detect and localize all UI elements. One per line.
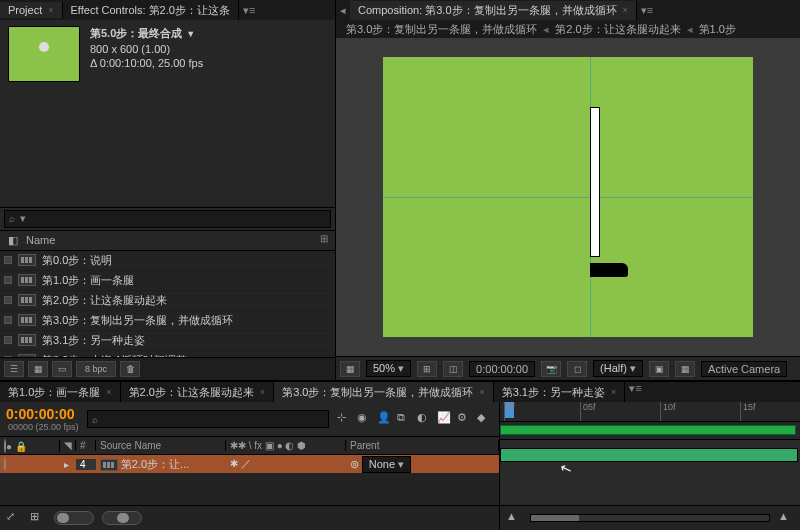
parent-header: Parent [346, 440, 499, 451]
time-navigator[interactable] [530, 514, 770, 522]
leg-shape [590, 107, 600, 257]
grid-icon[interactable]: ⊞ [417, 361, 437, 377]
breadcrumb-item[interactable]: 第1.0步 [693, 22, 742, 37]
panel-menu-icon[interactable]: ▾≡ [637, 4, 657, 17]
comp-icon [18, 254, 36, 266]
timecode-display[interactable]: 0:00:00:00 [6, 406, 79, 422]
timeline-tab-active[interactable]: 第3.0步：复制出另一条腿，并做成循环× [274, 382, 494, 402]
panel-nav-icon[interactable]: ◂ [336, 4, 350, 17]
layer-name: 第2.0步：让... [121, 458, 189, 470]
ruler-tick: 05f [580, 402, 596, 421]
shy-icon[interactable]: 👤 [377, 411, 393, 427]
timeline-tab[interactable]: 第1.0步：画一条腿× [0, 382, 121, 402]
project-item[interactable]: 第3.0步：复制出另一条腿，并做成循环 [0, 311, 335, 331]
panel-menu-icon[interactable]: ▾≡ [625, 382, 645, 402]
visibility-toggle-icon[interactable] [4, 457, 6, 471]
project-item[interactable]: 第0.0步：说明 [0, 251, 335, 271]
delete-button[interactable]: 🗑 [120, 361, 140, 377]
motion-blur-icon[interactable]: ◐ [417, 411, 433, 427]
parent-dropdown[interactable]: None ▾ [362, 456, 411, 473]
project-item[interactable]: 第3.1步：另一种走姿 [0, 331, 335, 351]
comp-icon [18, 334, 36, 346]
type-icon-header[interactable]: ◧ [4, 233, 22, 248]
new-comp-button[interactable]: ▦ [28, 361, 48, 377]
comp-dimensions: 800 x 600 (1.00) [90, 43, 203, 55]
modes-toggle[interactable] [102, 511, 142, 525]
layer-number-header: # [76, 440, 96, 451]
project-item[interactable]: 第2.0步：让这条腿动起来 [0, 291, 335, 311]
transparency-grid-icon[interactable]: ▦ [675, 361, 695, 377]
layer-number: 4 [76, 459, 96, 470]
time-ruler[interactable]: 0f 05f 10f 15f [500, 402, 800, 422]
search-icon: ⌕ [92, 414, 98, 425]
color-depth-button[interactable]: 8 bpc [76, 361, 116, 377]
ruler-tick: 15f [740, 402, 756, 421]
layer-bar[interactable] [500, 448, 798, 462]
guide-horizontal [383, 197, 753, 198]
ruler-tick: 10f [660, 402, 676, 421]
foot-shape [590, 263, 628, 277]
comp-icon [18, 294, 36, 306]
timeline-tab[interactable]: 第2.0步：让这条腿动起来× [121, 382, 275, 402]
switches-toggle[interactable] [54, 511, 94, 525]
work-area[interactable] [500, 425, 796, 435]
project-search-input[interactable]: ⌕▾ [4, 210, 331, 228]
frame-blend-icon[interactable]: ⧉ [397, 411, 413, 427]
comp-mini-flowchart-icon[interactable]: ⊹ [337, 411, 353, 427]
brainstorm-icon[interactable]: ⚙ [457, 411, 473, 427]
comp-title: 第5.0步：最终合成▼ [90, 26, 203, 41]
timeline-tab[interactable]: 第3.1步：另一种走姿× [494, 382, 626, 402]
ruler-tick: 0f [504, 402, 515, 421]
expand-icon[interactable]: ⤢ [6, 510, 22, 526]
snapshot-icon[interactable]: 📷 [541, 361, 561, 377]
frame-info: 00000 (25.00 fps) [8, 422, 79, 432]
zoom-out-icon[interactable]: ▲ [506, 510, 522, 526]
comp-icon [18, 274, 36, 286]
zoom-in-icon[interactable]: ▲ [778, 510, 794, 526]
panel-menu-icon[interactable]: ▾≡ [239, 4, 259, 17]
interpret-footage-button[interactable]: ☰ [4, 361, 24, 377]
region-icon[interactable]: ◻ [567, 361, 587, 377]
tab-effect-controls[interactable]: Effect Controls: 第2.0步：让这条 [63, 1, 239, 20]
comp-thumbnail [8, 26, 80, 82]
alpha-toggle-icon[interactable]: ▦ [340, 361, 360, 377]
current-time[interactable]: 0:00:00:00 [469, 361, 535, 377]
timeline-search-input[interactable]: ⌕ [87, 410, 329, 428]
breadcrumb-item[interactable]: 第3.0步：复制出另一条腿，并做成循环 [340, 22, 543, 37]
breadcrumb-item[interactable]: 第2.0步：让这条腿动起来 [549, 22, 686, 37]
dropdown-icon[interactable]: ▼ [186, 29, 195, 39]
comp-icon [18, 354, 36, 357]
mask-icon[interactable]: ◫ [443, 361, 463, 377]
auto-keyframe-icon[interactable]: ◆ [477, 411, 493, 427]
toggle-switches-icon[interactable]: ⊞ [30, 510, 46, 526]
camera-dropdown[interactable]: Active Camera [701, 361, 787, 377]
resolution-dropdown[interactable]: (Half) ▾ [593, 360, 643, 377]
layer-row[interactable]: ▸ 4 第2.0步：让... ✱ ／ ⊚ None ▾ [0, 455, 499, 473]
close-icon[interactable]: × [48, 5, 53, 15]
graph-editor-icon[interactable]: 📈 [437, 411, 453, 427]
composition-viewer[interactable] [336, 38, 800, 356]
draft-3d-icon[interactable]: ◉ [357, 411, 373, 427]
comp-icon [18, 314, 36, 326]
canvas[interactable] [383, 57, 753, 337]
flowchart-icon[interactable]: ⊞ [317, 233, 331, 245]
new-folder-button[interactable]: ▭ [52, 361, 72, 377]
zoom-dropdown[interactable]: 50% ▾ [366, 360, 411, 377]
tab-project[interactable]: Project× [0, 2, 63, 18]
name-header[interactable]: Name [22, 233, 59, 248]
comp-duration: Δ 0:00:10:00, 25.00 fps [90, 57, 203, 69]
pickwhip-icon[interactable]: ⊚ [350, 458, 359, 470]
tab-composition[interactable]: Composition: 第3.0步：复制出另一条腿，并做成循环× [350, 1, 637, 20]
project-item[interactable]: 第1.0步：画一条腿 [0, 271, 335, 291]
project-item-list: 第0.0步：说明 第1.0步：画一条腿 第2.0步：让这条腿动起来 第3.0步：… [0, 251, 335, 358]
visibility-header-icon[interactable] [4, 439, 6, 453]
roi-icon[interactable]: ▣ [649, 361, 669, 377]
source-name-header[interactable]: Source Name [96, 440, 226, 451]
close-icon[interactable]: × [623, 5, 628, 15]
